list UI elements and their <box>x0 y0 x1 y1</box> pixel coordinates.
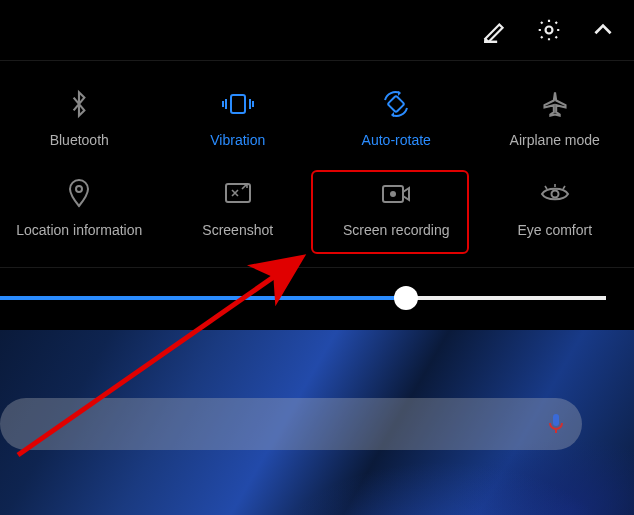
tile-vibration[interactable]: Vibration <box>159 73 318 163</box>
brightness-slider[interactable] <box>0 296 606 300</box>
quick-settings-grid: Bluetooth Vibration Auto-rotate Airplane… <box>0 61 634 267</box>
tile-label: Auto-rotate <box>362 132 431 148</box>
svg-point-0 <box>546 27 553 34</box>
screen-recording-icon <box>380 178 412 210</box>
tile-label: Bluetooth <box>50 132 109 148</box>
tile-autorotate[interactable]: Auto-rotate <box>317 73 476 163</box>
tile-location[interactable]: Location information <box>0 163 159 253</box>
brightness-slider-area <box>0 268 634 330</box>
slider-fill <box>0 296 400 300</box>
autorotate-icon <box>381 88 411 120</box>
tile-eyecomfort[interactable]: Eye comfort <box>476 163 635 253</box>
tile-screenshot[interactable]: Screenshot <box>159 163 318 253</box>
bluetooth-icon <box>66 88 92 120</box>
svg-point-7 <box>551 191 558 198</box>
home-wallpaper <box>0 330 634 515</box>
tile-label: Screen recording <box>343 222 450 238</box>
tile-airplane[interactable]: Airplane mode <box>476 73 635 163</box>
svg-rect-2 <box>388 96 405 113</box>
edit-icon[interactable] <box>482 17 508 43</box>
slider-rest <box>400 296 606 300</box>
svg-rect-8 <box>553 414 559 426</box>
slider-thumb[interactable] <box>394 286 418 310</box>
settings-icon[interactable] <box>536 17 562 43</box>
tile-bluetooth[interactable]: Bluetooth <box>0 73 159 163</box>
svg-rect-1 <box>231 95 245 113</box>
screenshot-icon <box>223 178 253 210</box>
search-bar[interactable] <box>0 398 582 450</box>
tile-label: Airplane mode <box>510 132 600 148</box>
tile-screenrecord[interactable]: Screen recording <box>317 163 476 253</box>
tile-label: Vibration <box>210 132 265 148</box>
airplane-icon <box>541 88 569 120</box>
location-icon <box>67 178 91 210</box>
tile-label: Screenshot <box>202 222 273 238</box>
chevron-up-icon[interactable] <box>590 17 616 43</box>
svg-point-3 <box>76 186 82 192</box>
quick-settings-header <box>0 0 634 60</box>
microphone-icon[interactable] <box>548 413 564 435</box>
tile-label: Location information <box>16 222 142 238</box>
svg-point-6 <box>390 191 396 197</box>
tile-label: Eye comfort <box>517 222 592 238</box>
eye-icon <box>539 178 571 210</box>
vibration-icon <box>221 88 255 120</box>
